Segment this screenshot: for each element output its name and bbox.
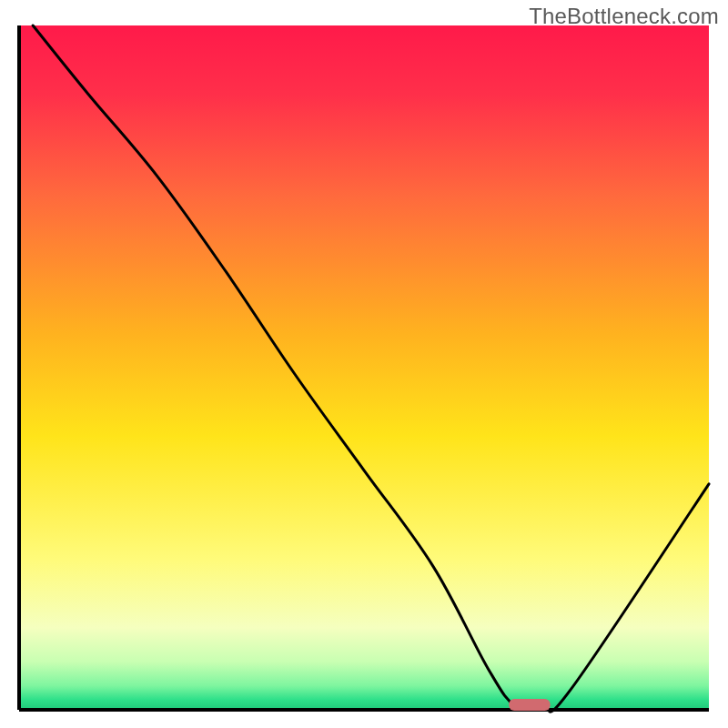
- optimal-marker: [509, 699, 550, 711]
- watermark-text: TheBottleneck.com: [529, 4, 719, 29]
- chart-container: TheBottleneck.com: [0, 0, 728, 728]
- plot-background: [19, 25, 709, 710]
- bottleneck-chart: [0, 0, 728, 728]
